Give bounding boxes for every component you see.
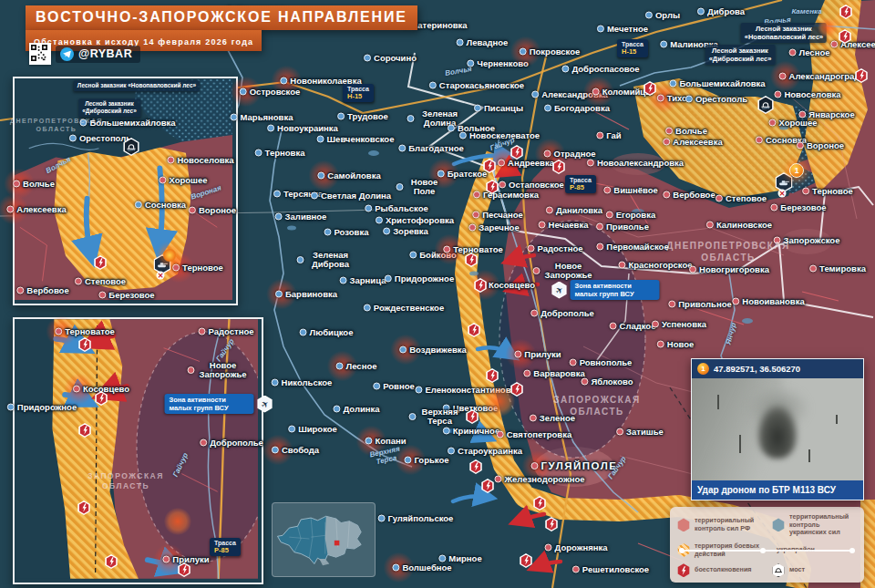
clash-hex-icon: [677, 563, 690, 577]
map-title: ВОСТОЧНО-ЗАПОРОЖСКОЕ НАПРАВЛЕНИЕ: [36, 9, 407, 26]
current-area-marker: [335, 541, 340, 546]
video-coordinates: 47.892571, 36.506270: [714, 364, 800, 374]
channel-name: @RYBAR: [78, 47, 132, 60]
inset-map-north: [13, 77, 238, 305]
legend-item-label: территориальный контроль сил РФ: [695, 517, 767, 532]
legend-item-label: территориальный контроль украинских сил: [789, 513, 857, 537]
ua-hex-icon: [772, 518, 785, 531]
event-1-marker-icon: 1: [697, 363, 709, 375]
rf-hex-icon: [677, 518, 690, 531]
bridge-hex-icon: [772, 563, 785, 577]
map-legend: территориальный контроль сил РФтерритори…: [670, 507, 864, 583]
qr-code-icon: [29, 43, 51, 65]
ukraine-minimap: [272, 502, 376, 577]
inset-map-south: [13, 317, 263, 584]
legend-item: мост: [772, 563, 857, 577]
telegram-icon: [60, 47, 74, 61]
legend-item-label: боестолкновения: [695, 566, 752, 574]
drone-video-panel: 1 47.892571, 36.506270 Удар дроном по БТ…: [691, 358, 864, 500]
situation-map: БерестовоеКатериновкаЛевадноеЧерненковоП…: [0, 0, 875, 588]
video-pole: [836, 415, 838, 424]
legend-item: территориальный контроль сил РФ: [677, 513, 767, 537]
legend-item: территориальный контроль украинских сил: [772, 513, 857, 537]
video-pole: [717, 395, 719, 409]
video-pole: [808, 449, 810, 462]
legend-grid: территориальный контроль сил РФтерритори…: [677, 513, 857, 577]
video-caption: Удар дроном по БТР М113 ВСУ: [692, 480, 863, 500]
video-header: 1 47.892571, 36.506270: [692, 359, 863, 378]
video-pole: [739, 435, 741, 453]
attribution: @RYBAR: [29, 43, 140, 65]
title-box: ВОСТОЧНО-ЗАПОРОЖСКОЕ НАПРАВЛЕНИЕ: [26, 5, 417, 30]
inset1-zones: [15, 78, 232, 300]
legend-separator: [681, 550, 853, 552]
video-frame: [692, 378, 863, 480]
legend-item: боестолкновения: [677, 563, 767, 577]
video-vehicle: [757, 406, 798, 459]
channel-badge: @RYBAR: [56, 46, 140, 63]
inset2-zones: [15, 319, 258, 579]
legend-item-label: мост: [789, 566, 805, 574]
